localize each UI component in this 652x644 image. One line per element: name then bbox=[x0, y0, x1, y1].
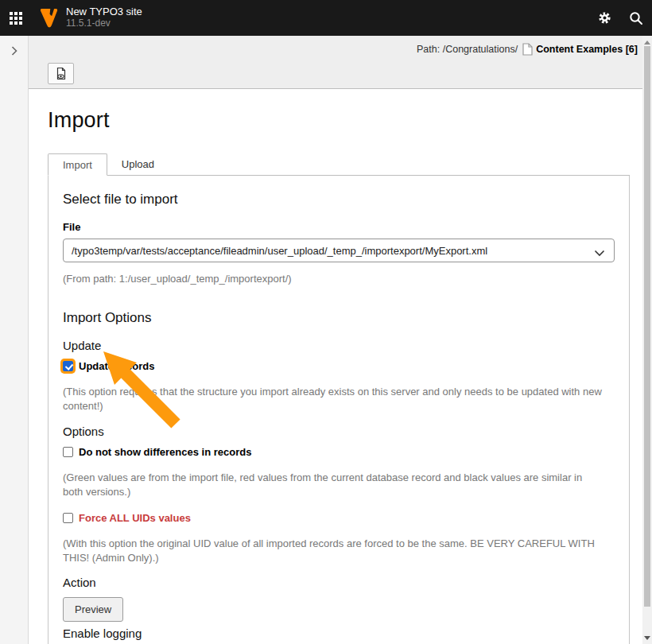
import-tab-panel: Select file to import File /typo3temp/va… bbox=[48, 176, 630, 644]
force-uids-checkbox[interactable] bbox=[63, 513, 73, 523]
site-title: New TYPO3 site bbox=[66, 6, 142, 18]
tab-bar: Import Upload bbox=[48, 153, 630, 176]
module-menu-button[interactable] bbox=[0, 0, 32, 36]
page-title: Import bbox=[48, 108, 630, 133]
tab-upload[interactable]: Upload bbox=[107, 153, 169, 176]
chevron-right-icon bbox=[11, 46, 17, 56]
from-path-note: (From path: 1:/user_upload/_temp_/import… bbox=[63, 272, 615, 286]
docheader: Path: /Congratulations/ Content Examples… bbox=[29, 36, 652, 89]
typo3-version: 11.5.1-dev bbox=[66, 18, 142, 29]
update-records-checkbox[interactable] bbox=[63, 361, 73, 371]
breadcrumb: Path: /Congratulations/ Content Examples… bbox=[417, 43, 638, 56]
no-diff-label[interactable]: Do not show differences in records bbox=[79, 446, 251, 458]
apps-grid-icon bbox=[10, 12, 22, 25]
scroll-down-arrow[interactable] bbox=[642, 633, 652, 642]
page-icon bbox=[522, 43, 533, 56]
vertical-scrollbar[interactable] bbox=[642, 36, 652, 644]
view-page-button[interactable] bbox=[48, 63, 74, 84]
search-button[interactable] bbox=[620, 0, 652, 36]
search-icon bbox=[629, 11, 643, 25]
settings-button[interactable] bbox=[588, 0, 620, 36]
tab-import[interactable]: Import bbox=[48, 153, 107, 176]
breadcrumb-path: Path: /Congratulations/ bbox=[417, 44, 518, 55]
typo3-logo-icon bbox=[40, 8, 58, 28]
update-records-label[interactable]: Update records bbox=[79, 360, 154, 372]
force-uids-note: (With this option the original UID value… bbox=[63, 537, 603, 565]
scrollbar-thumb[interactable] bbox=[644, 46, 650, 607]
pagetree-toggle[interactable] bbox=[0, 36, 29, 644]
file-field-label: File bbox=[63, 221, 615, 233]
options-heading: Options bbox=[63, 425, 615, 438]
document-eye-icon bbox=[55, 67, 68, 80]
file-select[interactable]: /typo3temp/var/tests/acceptance/fileadmi… bbox=[63, 239, 615, 262]
typo3-brand[interactable]: New TYPO3 site 11.5.1-dev bbox=[40, 6, 142, 29]
select-file-heading: Select file to import bbox=[63, 192, 615, 208]
preview-button[interactable]: Preview bbox=[63, 597, 123, 622]
gear-icon bbox=[598, 11, 611, 25]
force-uids-label[interactable]: Force ALL UIDs values bbox=[79, 512, 191, 524]
update-records-note: (This option requires that the structure… bbox=[63, 385, 615, 413]
import-options-heading: Import Options bbox=[63, 310, 615, 326]
action-heading: Action bbox=[63, 576, 615, 589]
topbar: New TYPO3 site 11.5.1-dev bbox=[0, 0, 652, 36]
no-diff-checkbox[interactable] bbox=[63, 447, 73, 457]
enable-logging-heading: Enable logging bbox=[63, 627, 615, 640]
diff-note: (Green values are from the import file, … bbox=[63, 471, 588, 499]
update-heading: Update bbox=[63, 339, 615, 352]
breadcrumb-record-title: Content Examples [6] bbox=[536, 44, 638, 55]
